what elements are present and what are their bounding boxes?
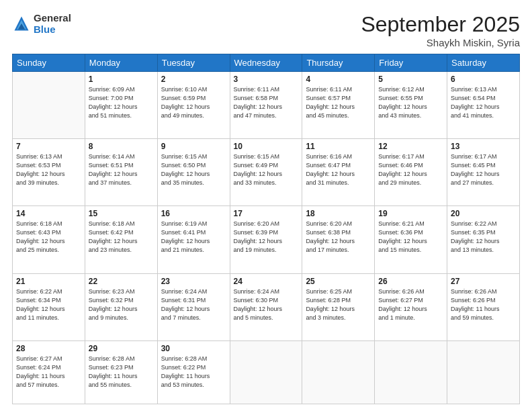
day-info: Sunrise: 6:26 AM Sunset: 6:27 PM Dayligh…: [378, 287, 443, 322]
table-row: 26Sunrise: 6:26 AM Sunset: 6:27 PM Dayli…: [375, 273, 447, 340]
day-info: Sunrise: 6:20 AM Sunset: 6:38 PM Dayligh…: [306, 220, 371, 255]
day-number: 10: [234, 142, 299, 151]
col-sunday: Sunday: [13, 54, 85, 72]
col-saturday: Saturday: [447, 54, 520, 72]
day-number: 4: [306, 75, 371, 84]
day-info: Sunrise: 6:24 AM Sunset: 6:31 PM Dayligh…: [161, 287, 226, 322]
day-info: Sunrise: 6:21 AM Sunset: 6:36 PM Dayligh…: [378, 220, 443, 255]
day-info: Sunrise: 6:15 AM Sunset: 6:50 PM Dayligh…: [161, 152, 226, 187]
day-info: Sunrise: 6:17 AM Sunset: 6:46 PM Dayligh…: [378, 152, 443, 187]
day-info: Sunrise: 6:13 AM Sunset: 6:53 PM Dayligh…: [16, 152, 81, 187]
day-number: 2: [161, 75, 226, 84]
table-row: 29Sunrise: 6:28 AM Sunset: 6:23 PM Dayli…: [85, 340, 157, 404]
table-row: 1Sunrise: 6:09 AM Sunset: 7:00 PM Daylig…: [85, 72, 157, 139]
table-row: 18Sunrise: 6:20 AM Sunset: 6:38 PM Dayli…: [302, 206, 375, 273]
day-info: Sunrise: 6:28 AM Sunset: 6:22 PM Dayligh…: [161, 355, 226, 390]
table-row: 7Sunrise: 6:13 AM Sunset: 6:53 PM Daylig…: [13, 139, 85, 206]
day-number: 20: [451, 209, 516, 218]
day-info: Sunrise: 6:22 AM Sunset: 6:34 PM Dayligh…: [16, 287, 81, 322]
day-number: 23: [161, 277, 226, 286]
table-row: 15Sunrise: 6:18 AM Sunset: 6:42 PM Dayli…: [85, 206, 157, 273]
table-row: [375, 340, 447, 404]
day-number: 21: [16, 277, 81, 286]
table-row: 4Sunrise: 6:11 AM Sunset: 6:57 PM Daylig…: [302, 72, 375, 139]
table-row: 21Sunrise: 6:22 AM Sunset: 6:34 PM Dayli…: [13, 273, 85, 340]
table-row: 2Sunrise: 6:10 AM Sunset: 6:59 PM Daylig…: [157, 72, 230, 139]
day-number: 22: [89, 277, 154, 286]
day-info: Sunrise: 6:09 AM Sunset: 7:00 PM Dayligh…: [89, 85, 154, 120]
day-number: 9: [161, 142, 226, 151]
table-row: 27Sunrise: 6:26 AM Sunset: 6:26 PM Dayli…: [447, 273, 520, 340]
day-number: 26: [378, 277, 443, 286]
calendar-header-row: Sunday Monday Tuesday Wednesday Thursday…: [13, 54, 520, 72]
title-block: September 2025 Shaykh Miskin, Syria: [361, 12, 520, 48]
day-number: 3: [234, 75, 299, 84]
day-number: 12: [378, 142, 443, 151]
logo-text: General Blue: [34, 12, 71, 35]
table-row: 6Sunrise: 6:13 AM Sunset: 6:54 PM Daylig…: [447, 72, 520, 139]
day-info: Sunrise: 6:18 AM Sunset: 6:42 PM Dayligh…: [89, 220, 154, 255]
table-row: [302, 340, 375, 404]
table-row: 14Sunrise: 6:18 AM Sunset: 6:43 PM Dayli…: [13, 206, 85, 273]
day-number: 18: [306, 209, 371, 218]
table-row: [447, 340, 520, 404]
table-row: 28Sunrise: 6:27 AM Sunset: 6:24 PM Dayli…: [13, 340, 85, 404]
table-row: 10Sunrise: 6:15 AM Sunset: 6:49 PM Dayli…: [230, 139, 302, 206]
col-monday: Monday: [85, 54, 157, 72]
col-wednesday: Wednesday: [230, 54, 302, 72]
day-info: Sunrise: 6:18 AM Sunset: 6:43 PM Dayligh…: [16, 220, 81, 255]
calendar: Sunday Monday Tuesday Wednesday Thursday…: [12, 54, 520, 404]
day-info: Sunrise: 6:27 AM Sunset: 6:24 PM Dayligh…: [16, 355, 81, 390]
day-info: Sunrise: 6:15 AM Sunset: 6:49 PM Dayligh…: [234, 152, 299, 187]
table-row: 16Sunrise: 6:19 AM Sunset: 6:41 PM Dayli…: [157, 206, 230, 273]
day-info: Sunrise: 6:11 AM Sunset: 6:58 PM Dayligh…: [234, 85, 299, 120]
table-row: 11Sunrise: 6:16 AM Sunset: 6:47 PM Dayli…: [302, 139, 375, 206]
day-number: 19: [378, 209, 443, 218]
table-row: 19Sunrise: 6:21 AM Sunset: 6:36 PM Dayli…: [375, 206, 447, 273]
day-number: 15: [89, 209, 154, 218]
month-title: September 2025: [361, 12, 520, 37]
day-info: Sunrise: 6:13 AM Sunset: 6:54 PM Dayligh…: [451, 85, 516, 120]
day-info: Sunrise: 6:26 AM Sunset: 6:26 PM Dayligh…: [451, 287, 516, 322]
col-friday: Friday: [375, 54, 447, 72]
table-row: 20Sunrise: 6:22 AM Sunset: 6:35 PM Dayli…: [447, 206, 520, 273]
table-row: 30Sunrise: 6:28 AM Sunset: 6:22 PM Dayli…: [157, 340, 230, 404]
day-info: Sunrise: 6:28 AM Sunset: 6:23 PM Dayligh…: [89, 355, 154, 390]
day-number: 27: [451, 277, 516, 286]
day-number: 30: [161, 344, 226, 353]
day-number: 16: [161, 209, 226, 218]
table-row: 25Sunrise: 6:25 AM Sunset: 6:28 PM Dayli…: [302, 273, 375, 340]
day-number: 25: [306, 277, 371, 286]
day-number: 13: [451, 142, 516, 151]
table-row: [230, 340, 302, 404]
day-info: Sunrise: 6:10 AM Sunset: 6:59 PM Dayligh…: [161, 85, 226, 120]
logo-icon: [12, 14, 31, 33]
location-title: Shaykh Miskin, Syria: [361, 37, 520, 48]
table-row: 3Sunrise: 6:11 AM Sunset: 6:58 PM Daylig…: [230, 72, 302, 139]
day-number: 6: [451, 75, 516, 84]
logo: General Blue: [12, 12, 71, 35]
page: General Blue September 2025 Shaykh Miski…: [0, 0, 532, 411]
day-number: 14: [16, 209, 81, 218]
table-row: 13Sunrise: 6:17 AM Sunset: 6:45 PM Dayli…: [447, 139, 520, 206]
day-info: Sunrise: 6:20 AM Sunset: 6:39 PM Dayligh…: [234, 220, 299, 255]
day-info: Sunrise: 6:19 AM Sunset: 6:41 PM Dayligh…: [161, 220, 226, 255]
table-row: 12Sunrise: 6:17 AM Sunset: 6:46 PM Dayli…: [375, 139, 447, 206]
day-number: 11: [306, 142, 371, 151]
table-row: 17Sunrise: 6:20 AM Sunset: 6:39 PM Dayli…: [230, 206, 302, 273]
day-number: 5: [378, 75, 443, 84]
day-info: Sunrise: 6:14 AM Sunset: 6:51 PM Dayligh…: [89, 152, 154, 187]
header: General Blue September 2025 Shaykh Miski…: [12, 12, 520, 48]
day-info: Sunrise: 6:24 AM Sunset: 6:30 PM Dayligh…: [234, 287, 299, 322]
col-tuesday: Tuesday: [157, 54, 230, 72]
day-info: Sunrise: 6:16 AM Sunset: 6:47 PM Dayligh…: [306, 152, 371, 187]
table-row: [13, 72, 85, 139]
day-number: 7: [16, 142, 81, 151]
day-number: 29: [89, 344, 154, 353]
day-number: 8: [89, 142, 154, 151]
table-row: 8Sunrise: 6:14 AM Sunset: 6:51 PM Daylig…: [85, 139, 157, 206]
day-number: 1: [89, 75, 154, 84]
day-number: 28: [16, 344, 81, 353]
table-row: 5Sunrise: 6:12 AM Sunset: 6:55 PM Daylig…: [375, 72, 447, 139]
day-number: 17: [234, 209, 299, 218]
